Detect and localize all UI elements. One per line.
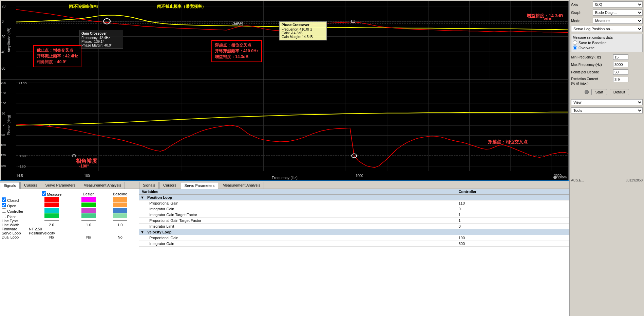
right-panel: Axis 0(X) Graph Bode Diagr... Mode Measu…	[569, 0, 644, 316]
servo-params-content: Variables Controller ▼ Position Loop	[139, 189, 569, 316]
controller-design-color	[81, 208, 96, 213]
firmware-row: Firmware NT 2.50	[2, 227, 137, 231]
start-default-row: Start Default	[571, 89, 643, 95]
velocity-loop-section: ▼ Velocity Loop	[139, 229, 569, 235]
mode-select[interactable]: Measure	[593, 18, 643, 24]
prop-gain-target-row: Proportional Gain Target Factor 1	[139, 218, 569, 224]
frequency-title: Frequency (Hz)	[272, 176, 298, 180]
min-freq-input[interactable]	[613, 54, 628, 60]
measure-set-title: Measure set contains data	[573, 36, 641, 39]
phase-crossover-chart-label: 穿越点：相位交叉点	[488, 139, 528, 145]
servo-dropdown[interactable]: Servo Log Position an...	[571, 26, 643, 32]
closed-baseline-color	[113, 197, 127, 202]
view-row: View	[571, 99, 643, 105]
gc-freq: Frequency: 42.4Hz	[81, 36, 121, 40]
signal-row-plant: Plant	[2, 213, 137, 219]
crossover-annotation-box: 穿越点：相位交叉点 开环穿越频率：410.0Hz 增益裕度：14.3dB	[211, 40, 262, 62]
line-type-row: Line Type	[2, 219, 137, 223]
tab-signals-left[interactable]: Signals	[0, 182, 20, 189]
svg-text:-180: -180	[18, 154, 26, 158]
tab-measurement-left[interactable]: Measurement Analysis	[80, 182, 125, 189]
tab-cursors-left[interactable]: Cursors	[20, 182, 41, 189]
closed-design-color	[81, 197, 96, 202]
int-gain-target-row: Integrator Gain Target Factor 1	[139, 212, 569, 218]
open-measure-color	[44, 203, 59, 207]
max-freq-row: Max Frequency (Hz)	[571, 62, 643, 67]
save-baseline-radio[interactable]	[573, 40, 577, 45]
minus180-label: -180°	[79, 164, 89, 169]
signals-content: Measure Design Baseline Closed	[0, 189, 139, 316]
tab-signals-right[interactable]: Signals	[139, 182, 159, 189]
cutoff-freq-label: 闭环截止频率（带宽频率）	[157, 4, 206, 10]
open-baseline-color	[113, 203, 127, 207]
int-limit-row: Integrator Limit 0	[139, 224, 569, 229]
controller-measure-color	[44, 208, 59, 213]
plant-design-color	[81, 213, 96, 218]
gain-margin-label: 增益裕度：14.3dB	[527, 13, 563, 19]
pc-freq: Frequency: 410.0Hz	[282, 28, 324, 31]
min-freq-label: Min Frequency (Hz)	[571, 55, 612, 59]
tab-measurement-right[interactable]: Measurement Analysis	[219, 182, 264, 189]
view-select[interactable]: View	[571, 99, 643, 105]
axis-label: Axis	[571, 2, 591, 6]
servo-loop-row: Servo Loop PositionVelocity	[2, 231, 137, 235]
tools-select[interactable]: Tools	[571, 107, 643, 113]
signals-table: Measure Design Baseline Closed	[2, 191, 137, 239]
tab-cursors-right[interactable]: Cursors	[159, 182, 180, 189]
plant-measure-color	[44, 213, 59, 218]
measure-checkbox-header[interactable]	[42, 191, 46, 196]
plant-measure-check[interactable]	[2, 214, 6, 218]
excitation-input[interactable]	[613, 77, 628, 82]
excitation-row: Excitation Current (% of max.)	[571, 77, 643, 86]
controller-baseline-color	[113, 208, 127, 213]
int-gain-row-pos: Integrator Gain 0	[139, 206, 569, 212]
gc-phase: Phase: -139.1°	[81, 40, 121, 43]
controller-header: Controller	[456, 189, 569, 195]
signal-row-closed: Closed	[2, 197, 137, 203]
controller-measure-check[interactable]	[2, 208, 6, 213]
plant-baseline-color	[113, 213, 127, 218]
pc-gain: Gain: -14.3dB	[282, 31, 324, 35]
svg-text:+180: +180	[18, 82, 27, 85]
phase-crossover-box: Phase Crossover Frequency: 410.0Hz Gain:…	[279, 21, 327, 40]
open-measure-check[interactable]	[2, 203, 6, 207]
left-tab-bar: Signals Cursors Servo Parameters Measure…	[0, 181, 139, 189]
status-left: ACS.E...	[571, 178, 584, 182]
amplitude-axis-label: Amplitude (dB)	[7, 28, 11, 52]
svg-text:-180: -180	[18, 165, 26, 168]
gc-title: Gain Crossover	[81, 32, 121, 35]
phase-chart-svg: +180 -180 0 -180	[16, 80, 568, 171]
max-freq-label: Max Frequency (Hz)	[571, 63, 612, 67]
min-freq-row: Min Frequency (Hz)	[571, 54, 643, 60]
tab-servo-params-right[interactable]: Servo Parameters	[181, 182, 219, 189]
int-gain-row-vel: Integrator Gain 300	[139, 241, 569, 247]
start-button[interactable]: Start	[591, 89, 607, 95]
graph-select[interactable]: Bode Diagr...	[593, 10, 643, 16]
minus3db-label: -3dB线	[232, 21, 243, 27]
axis-row: Axis 0(X)	[571, 1, 643, 7]
default-button[interactable]: Default	[610, 89, 629, 95]
phase-axis-label: Phase (deg)	[7, 115, 11, 136]
mode-label: Mode	[571, 19, 591, 23]
right-tab-bar: Signals Cursors Servo Parameters Measure…	[139, 181, 569, 189]
tab-servo-params-left[interactable]: Servo Parameters	[42, 182, 79, 189]
line-width-row: Line Width 2.0 1.0 1.0	[2, 223, 137, 227]
position-loop-section: ▼ Position Loop	[139, 195, 569, 200]
servo-dropdown-row: Servo Log Position an...	[571, 26, 643, 32]
prop-gain-row-pos: Proportional Gain 110	[139, 200, 569, 206]
overwrite-radio[interactable]	[573, 46, 577, 50]
closed-measure-check[interactable]	[2, 197, 6, 202]
max-freq-input[interactable]	[613, 62, 628, 67]
graph-label: Graph	[571, 11, 591, 15]
zoom-label: Zoom	[553, 175, 567, 179]
gain-crossover-box: Gain Crossover Frequency: 42.4Hz Phase: …	[79, 30, 123, 49]
variables-header: Variables	[139, 189, 456, 195]
cutoff-annotation-box: 截止点：增益交叉点 开环截止频率：42.4Hz 相角裕度：40.9°	[33, 45, 81, 67]
axis-select[interactable]: 0(X)	[593, 1, 643, 7]
frequency-axis: 14.5 100 1000 3020 Frequency (Hz) Zoom	[1, 171, 568, 180]
excitation-label: Excitation Current (% of max.)	[571, 77, 612, 86]
dual-loop-row: Dual Loop No No No	[2, 235, 137, 239]
gc-margin: Phase Margin: 40.9°	[81, 43, 121, 47]
points-decade-input[interactable]	[613, 69, 628, 75]
status-right: u01292858	[626, 178, 643, 182]
